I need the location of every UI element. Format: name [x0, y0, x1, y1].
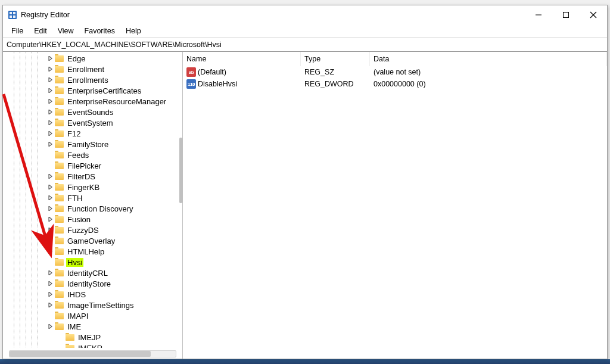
col-header-name[interactable]: Name: [183, 52, 301, 66]
menu-file[interactable]: File: [7, 26, 28, 36]
tree-node[interactable]: F12: [3, 128, 179, 139]
chevron-right-icon[interactable]: [47, 205, 54, 212]
chevron-right-icon[interactable]: [47, 237, 54, 244]
folder-icon: [55, 322, 64, 331]
window-controls: [525, 5, 607, 24]
chevron-right-icon[interactable]: [47, 130, 54, 137]
chevron-right-icon[interactable]: [47, 291, 54, 298]
chevron-right-icon[interactable]: [47, 119, 54, 126]
chevron-right-icon[interactable]: [47, 76, 54, 83]
tree-node-label: FilterDS: [66, 172, 97, 181]
values-panel: Name Type Data ab(Default)REG_SZ(value n…: [183, 52, 607, 359]
tree-node[interactable]: FilterDS: [3, 171, 179, 182]
svg-rect-4: [13, 15, 15, 18]
tree-node[interactable]: Fusion: [3, 214, 179, 225]
menu-edit[interactable]: Edit: [29, 26, 52, 36]
tree-node-label: IdentityStore: [66, 279, 112, 288]
value-row[interactable]: 110DisableHvsiREG_DWORD0x00000000 (0): [183, 78, 607, 90]
tree-node[interactable]: ImageTimeSettings: [3, 300, 179, 310]
tree-node[interactable]: EventSystem: [3, 117, 179, 128]
registry-editor-window: Registry Editor File Edit View Favorites…: [2, 5, 608, 359]
address-path: Computer\HKEY_LOCAL_MACHINE\SOFTWARE\Mic…: [7, 41, 222, 49]
chevron-right-icon[interactable]: [47, 108, 54, 116]
tree-node[interactable]: Function Discovery: [3, 203, 179, 214]
tree-node[interactable]: FilePicker: [3, 160, 179, 171]
tree-node[interactable]: FamilyStore: [3, 139, 179, 150]
tree-node[interactable]: FTH: [3, 192, 179, 203]
window-title: Registry Editor: [21, 11, 70, 19]
svg-rect-1: [10, 12, 12, 14]
tree-node[interactable]: IME: [3, 321, 179, 332]
chevron-right-icon[interactable]: [47, 216, 54, 223]
addressbar[interactable]: Computer\HKEY_LOCAL_MACHINE\SOFTWARE\Mic…: [3, 38, 607, 52]
tree-node-label: EventSystem: [66, 119, 114, 127]
value-type: REG_DWORD: [301, 80, 370, 88]
tree-node[interactable]: IMAPI: [3, 310, 179, 321]
chevron-right-icon[interactable]: [47, 98, 54, 105]
value-data: 0x00000000 (0): [370, 80, 607, 88]
tree-node[interactable]: Enrollments: [3, 74, 179, 85]
tree-node-label: FTH: [66, 194, 83, 203]
tree-vscrollbar[interactable]: [179, 138, 182, 203]
tree-node[interactable]: Feeds: [3, 150, 179, 160]
tree-node-label: EnterpriseResourceManager: [66, 97, 167, 106]
tree-node[interactable]: GameOverlay: [3, 235, 179, 246]
tree-node[interactable]: FuzzyDS: [3, 225, 179, 235]
tree-node[interactable]: IdentityCRL: [3, 267, 179, 278]
tree-node[interactable]: IdentityStore: [3, 278, 179, 289]
value-row[interactable]: ab(Default)REG_SZ(value not set): [183, 66, 607, 78]
folder-icon: [55, 237, 64, 245]
menu-help[interactable]: Help: [121, 26, 146, 36]
tree-node[interactable]: IHDS: [3, 289, 179, 300]
chevron-right-icon[interactable]: [47, 55, 54, 62]
folder-icon: [55, 258, 64, 266]
registry-tree[interactable]: EdgeEnrollmentEnrollmentsEnterpriseCerti…: [3, 52, 179, 348]
tree-node[interactable]: Edge: [3, 53, 179, 64]
list-body[interactable]: ab(Default)REG_SZ(value not set)110Disab…: [183, 66, 607, 90]
folder-icon: [55, 279, 64, 288]
tree-node[interactable]: Enrollment: [3, 64, 179, 74]
chevron-right-icon[interactable]: [47, 280, 54, 287]
chevron-right-icon[interactable]: [47, 141, 54, 148]
minimize-button[interactable]: [525, 5, 552, 24]
close-button[interactable]: [580, 5, 607, 24]
chevron-right-icon[interactable]: [47, 269, 54, 276]
chevron-right-icon[interactable]: [47, 301, 54, 309]
chevron-right-icon[interactable]: [47, 226, 54, 234]
tree-hscrollbar[interactable]: [9, 350, 176, 357]
col-header-data[interactable]: Data: [370, 52, 607, 66]
tree-node[interactable]: FingerKB: [3, 182, 179, 192]
chevron-right-icon[interactable]: [47, 173, 54, 180]
value-data: (value not set): [370, 68, 607, 76]
svg-rect-3: [10, 15, 12, 18]
menu-view[interactable]: View: [53, 26, 79, 36]
tree-node[interactable]: EventSounds: [3, 107, 179, 117]
folder-icon: [55, 290, 64, 298]
tree-node[interactable]: Hvsi: [3, 257, 179, 267]
tree-node[interactable]: EnterpriseCertificates: [3, 85, 179, 96]
folder-icon: [55, 215, 64, 223]
tree-node[interactable]: HTMLHelp: [3, 246, 179, 257]
list-header[interactable]: Name Type Data: [183, 52, 607, 66]
menu-favorites[interactable]: Favorites: [80, 26, 120, 36]
chevron-right-icon[interactable]: [47, 248, 54, 255]
folder-icon: [55, 194, 64, 202]
chevron-right-icon[interactable]: [47, 183, 54, 191]
tree-hscroll-thumb[interactable]: [10, 351, 151, 357]
chevron-right-icon[interactable]: [47, 323, 54, 330]
folder-icon: [55, 247, 64, 256]
chevron-right-icon[interactable]: [47, 66, 54, 73]
chevron-right-icon[interactable]: [47, 194, 54, 201]
content-area: EdgeEnrollmentEnrollmentsEnterpriseCerti…: [3, 52, 607, 359]
folder-icon: [66, 333, 75, 341]
chevron-right-icon[interactable]: [47, 87, 54, 94]
tree-node[interactable]: EnterpriseResourceManager: [3, 96, 179, 107]
maximize-button[interactable]: [552, 5, 580, 24]
tree-node-label: Feeds: [66, 151, 90, 160]
tree-node-label: Enrollment: [66, 65, 105, 74]
tree-node-label: IMEJP: [77, 333, 102, 342]
tree-node[interactable]: IMEKR: [3, 343, 179, 348]
titlebar[interactable]: Registry Editor: [3, 5, 607, 24]
tree-node[interactable]: IMEJP: [3, 332, 179, 343]
col-header-type[interactable]: Type: [301, 52, 370, 66]
